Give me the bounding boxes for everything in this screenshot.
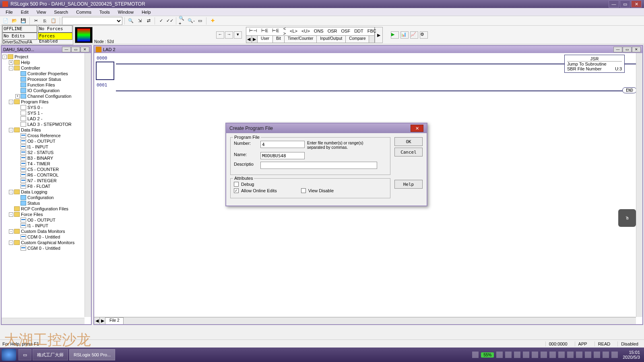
menu-comms[interactable]: Comms	[72, 9, 95, 15]
tree-toggle[interactable]: -	[9, 190, 13, 194]
paste-button[interactable]: 📋	[50, 17, 58, 25]
tree-node[interactable]: -Custom Data Monitors	[2, 228, 90, 234]
tree-node[interactable]: -Custom Graphical Monitors	[2, 240, 90, 245]
instruction-glyph[interactable]: < >	[282, 26, 287, 36]
file-tab-right[interactable]: ▶	[100, 317, 105, 324]
tree-node[interactable]: -Force Files	[2, 212, 90, 217]
copy-button[interactable]: ⎘	[41, 17, 49, 25]
tree-node[interactable]: Controller Properties	[2, 71, 90, 76]
tree-toggle[interactable]: -	[9, 241, 13, 245]
config-button[interactable]: ⚙	[420, 31, 428, 39]
replace-button[interactable]: ⇄	[144, 17, 153, 25]
tree-node[interactable]: O0 - OUTPUT	[2, 217, 90, 223]
menu-help[interactable]: Help	[138, 9, 155, 15]
tree-node[interactable]: S2 - STATUS	[2, 150, 90, 155]
tab-scroll-right[interactable]: ▶	[252, 36, 258, 43]
tray-icon[interactable]	[594, 352, 600, 358]
find-button[interactable]: 🔍	[127, 17, 135, 25]
instruction-glyph[interactable]: ⊢E	[260, 28, 269, 33]
ladder-minimize-button[interactable]: —	[613, 47, 622, 52]
instr-tab-timercounter[interactable]: Timer/Counter	[285, 36, 317, 43]
tree-node[interactable]: +Channel Configuration	[2, 93, 90, 99]
file-tab-left[interactable]: ◀	[94, 317, 100, 324]
ladder-maximize-button[interactable]: ▭	[623, 47, 632, 52]
chart-button[interactable]: 📊	[400, 31, 409, 39]
instr-tab-user[interactable]: User	[258, 36, 273, 43]
tree-node[interactable]: -Controller	[2, 65, 90, 71]
tree-node[interactable]: LAD 3 - STEPMOTOR	[2, 121, 90, 127]
menu-file[interactable]: File	[2, 9, 17, 15]
forces-enabled-status[interactable]: Forces Enabled	[38, 33, 72, 40]
forces-status[interactable]: No Forces	[38, 25, 72, 33]
tray-icon[interactable]	[505, 352, 512, 358]
tree-minimize-button[interactable]: —	[62, 47, 71, 52]
instruction-glyph[interactable]: <L>	[289, 29, 299, 33]
tree-node[interactable]: O0 - OUTPUT	[2, 138, 90, 144]
tray-icon[interactable]	[541, 352, 547, 358]
cancel-button[interactable]: Cancel	[394, 148, 423, 156]
find-next-button[interactable]: ⇲	[136, 17, 144, 25]
tree-node[interactable]: Function Files	[2, 82, 90, 88]
tree-node[interactable]: RCP Configuration Files	[2, 206, 90, 212]
tree-node[interactable]: -Project	[2, 54, 90, 60]
tree-hscrollbar[interactable]	[2, 318, 85, 324]
address-combo[interactable]	[62, 17, 122, 25]
instruction-glyph[interactable]: OSF	[340, 29, 352, 33]
tree-node[interactable]: LAD 2 -	[2, 116, 90, 121]
tray-icon[interactable]	[585, 352, 591, 358]
dialog-close-button[interactable]: ✕	[411, 125, 423, 132]
allow-edits-checkbox[interactable]: ✓	[234, 188, 239, 193]
tree-node[interactable]: I1 - INPUT	[2, 144, 90, 150]
tree-toggle[interactable]: -	[2, 55, 7, 59]
instruction-glyph[interactable]: ⊢E	[271, 28, 280, 33]
tray-icon[interactable]	[576, 352, 582, 358]
maximize-button[interactable]: ▭	[620, 0, 630, 8]
minimize-button[interactable]: —	[609, 0, 619, 8]
tree-node[interactable]: Cross Reference	[2, 133, 90, 138]
fit-button[interactable]: ▭	[196, 17, 204, 25]
open-button[interactable]: 📂	[10, 17, 19, 25]
tree-node[interactable]: -Data Files	[2, 127, 90, 133]
taskbar-item-explorer[interactable]: ▭	[19, 349, 31, 360]
online-status[interactable]: OFFLINE	[2, 25, 37, 33]
tree-node[interactable]: +Help	[2, 60, 90, 65]
tree-node[interactable]: Configuration	[2, 195, 90, 200]
start-button[interactable]	[2, 349, 16, 361]
verify-project-button[interactable]: ✓✓	[166, 17, 174, 25]
tray-icon[interactable]	[603, 352, 609, 358]
tree-node[interactable]: IO Configuration	[2, 88, 90, 93]
name-input[interactable]	[260, 152, 305, 159]
tree-maximize-button[interactable]: ▭	[71, 47, 80, 52]
cut-button[interactable]: ✂	[32, 17, 40, 25]
run-button[interactable]: ▶	[391, 31, 399, 39]
debug-checkbox[interactable]	[234, 182, 239, 187]
zoom-in-button[interactable]: 🔍+	[178, 17, 186, 25]
tray-icon[interactable]	[523, 352, 529, 358]
instr-tab-inputoutput[interactable]: Input/Output	[317, 36, 346, 43]
tree-node[interactable]: R6 - CONTROL	[2, 172, 90, 178]
tray-icon[interactable]	[472, 352, 479, 358]
zoom-out-button[interactable]: 🔍-	[187, 17, 195, 25]
tree-vscrollbar[interactable]	[85, 53, 91, 317]
project-tree[interactable]: -Project+Help-ControllerController Prope…	[2, 53, 91, 319]
nav-back-button[interactable]: ←	[216, 31, 224, 39]
tree-toggle[interactable]: +	[15, 94, 20, 99]
nav-dropdown-button[interactable]: ▾	[234, 31, 242, 39]
tree-toggle[interactable]: -	[9, 212, 13, 217]
tree-toggle[interactable]: -	[9, 66, 13, 70]
instruction-glyph[interactable]: ONS	[313, 29, 325, 33]
tree-toggle[interactable]: -	[9, 100, 13, 104]
help-button[interactable]: Help	[394, 180, 423, 189]
tray-icon[interactable]	[496, 352, 503, 358]
rung-0001[interactable]: 0001 END	[96, 82, 641, 91]
tree-toggle[interactable]: +	[9, 60, 13, 65]
tab-scroll-left[interactable]: ◀	[246, 36, 252, 43]
tree-node[interactable]: F8 - FLOAT	[2, 183, 90, 189]
tree-node[interactable]: B3 - BINARY	[2, 155, 90, 161]
tree-toggle[interactable]: -	[9, 229, 13, 234]
tree-node[interactable]: CGM 0 - Untitled	[2, 245, 90, 251]
ok-button[interactable]: OK	[394, 137, 423, 146]
tree-node[interactable]: SYS 1 -	[2, 110, 90, 116]
usb-float-icon[interactable]: 🖱	[618, 209, 636, 227]
tray-icon[interactable]	[532, 352, 538, 358]
